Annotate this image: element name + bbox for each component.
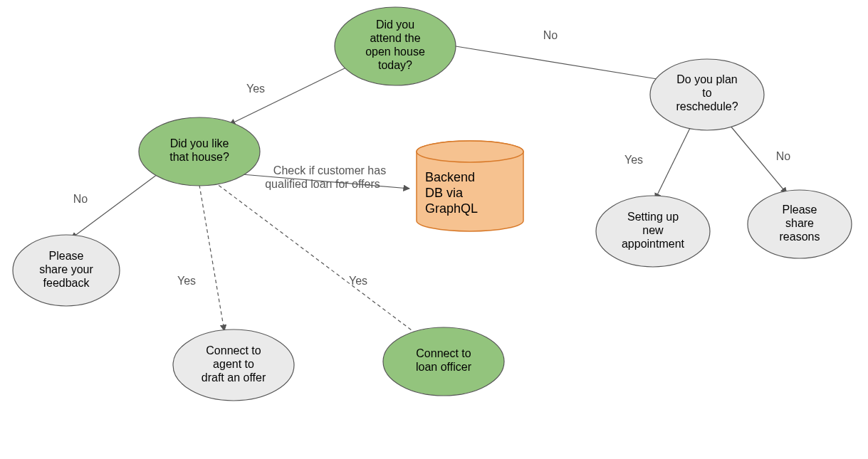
node-attend-l0: Did you — [376, 19, 414, 31]
edge-like-yes-loan: Yes — [214, 181, 420, 337]
svg-line-2 — [71, 172, 160, 238]
node-db-l1: DB via — [425, 186, 464, 200]
svg-point-16 — [417, 141, 523, 162]
node-attend: Did you attend the open house today? — [335, 7, 456, 85]
node-attend-l3: today? — [378, 59, 412, 71]
node-reasons-l1: share — [785, 217, 814, 229]
label-like-check-2: qualified loan for offers — [265, 178, 380, 190]
node-like-l1: that house? — [169, 151, 229, 163]
edge-attend-yes: Yes — [229, 66, 349, 125]
label-attend-no: No — [543, 29, 558, 41]
node-reschedule-l2: reschedule? — [676, 100, 738, 112]
node-reschedule-l0: Do you plan — [676, 73, 737, 85]
svg-line-6 — [655, 127, 691, 199]
node-feedback-l0: Please — [49, 250, 84, 262]
node-reasons: Please share reasons — [748, 190, 852, 258]
label-like-yes-loan: Yes — [349, 275, 367, 287]
label-like-check-1: Check if customer has — [273, 164, 386, 176]
edge-like-no: No — [71, 172, 160, 238]
node-attend-l2: open house — [365, 46, 425, 58]
node-newappt-l1: new — [642, 224, 664, 236]
node-newappt-l0: Setting up — [627, 211, 679, 223]
svg-line-4 — [199, 185, 224, 331]
node-loanofficer-l0: Connect to — [416, 347, 471, 359]
node-agent: Connect to agent to draft an offer — [173, 329, 294, 401]
label-like-no: No — [73, 193, 88, 205]
label-resched-yes: Yes — [624, 154, 643, 166]
edge-attend-no: No — [456, 29, 666, 80]
node-like-l0: Did you like — [170, 137, 229, 149]
node-like: Did you like that house? — [139, 117, 260, 186]
node-reschedule: Do you plan to reschedule? — [650, 59, 764, 130]
node-db: Backend DB via GraphQL — [417, 141, 523, 231]
node-newappt-l2: appointment — [622, 238, 685, 250]
node-db-l0: Backend — [425, 170, 475, 184]
node-feedback-l1: share your — [39, 263, 93, 275]
node-newappt: Setting up new appointment — [596, 196, 710, 267]
label-resched-no: No — [776, 150, 791, 162]
node-reasons-l0: Please — [783, 204, 817, 216]
edge-resched-no: No — [730, 125, 790, 194]
node-loanofficer: Connect to loan officer — [383, 327, 504, 396]
node-agent-l2: draft an offer — [202, 371, 266, 384]
label-like-yes-agent: Yes — [177, 275, 196, 287]
svg-line-0 — [229, 66, 349, 125]
node-attend-l1: attend the — [370, 32, 420, 44]
node-feedback: Please share your feedback — [13, 235, 120, 306]
svg-line-5 — [214, 181, 420, 337]
edge-like-check: Check if customer has qualified loan for… — [242, 164, 409, 190]
node-loanofficer-l1: loan officer — [416, 361, 472, 373]
node-reschedule-l1: to — [702, 87, 711, 99]
decision-tree-diagram: Yes No No Check if customer has qualifie… — [0, 0, 868, 459]
node-db-l2: GraphQL — [425, 201, 478, 216]
label-attend-yes: Yes — [246, 83, 265, 95]
edge-like-yes-agent: Yes — [177, 185, 224, 331]
svg-line-1 — [456, 46, 666, 80]
node-reasons-l2: reasons — [780, 231, 820, 243]
node-agent-l0: Connect to — [206, 344, 261, 357]
edge-resched-yes: Yes — [624, 127, 691, 199]
node-feedback-l2: feedback — [43, 277, 90, 289]
node-agent-l1: agent to — [213, 358, 254, 370]
